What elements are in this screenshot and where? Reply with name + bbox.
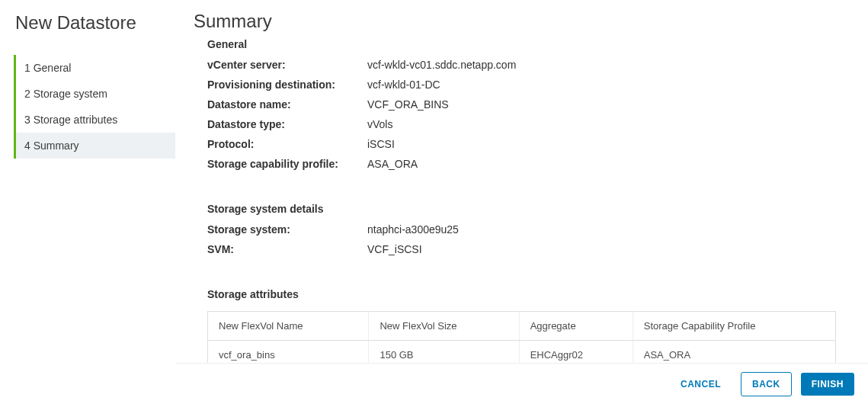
cell-flexvol-size: 150 GB	[369, 341, 519, 364]
section-attrs-heading: Storage attributes	[194, 288, 850, 300]
value-protocol: iSCSI	[367, 138, 395, 150]
finish-button[interactable]: FINISH	[801, 373, 854, 396]
label-datastore-type: Datastore type:	[207, 118, 367, 130]
value-datastore-name: VCF_ORA_BINS	[367, 98, 449, 111]
wizard-footer: CANCEL BACK FINISH	[175, 363, 868, 404]
row-datastore-name: Datastore name: VCF_ORA_BINS	[194, 95, 850, 114]
section-general-heading: General	[194, 38, 850, 50]
wizard-sidebar: New Datastore 1 General 2 Storage system…	[0, 0, 175, 404]
label-destination: Provisioning destination:	[207, 79, 367, 91]
cell-scp: ASA_ORA	[633, 341, 835, 364]
col-scp: Storage Capability Profile	[633, 312, 835, 341]
col-flexvol-size: New FlexVol Size	[369, 312, 519, 341]
value-svm: VCF_iSCSI	[367, 243, 422, 255]
label-datastore-name: Datastore name:	[207, 98, 367, 111]
attrs-header-row: New FlexVol Name New FlexVol Size Aggreg…	[208, 312, 836, 341]
main-scroll[interactable]: Summary General vCenter server: vcf-wkld…	[175, 0, 868, 363]
row-storage-system: Storage system: ntaphci-a300e9u25	[194, 220, 850, 239]
value-destination: vcf-wkld-01-DC	[367, 79, 440, 91]
back-button[interactable]: BACK	[741, 372, 792, 396]
row-svm: SVM: VCF_iSCSI	[194, 239, 850, 259]
cell-aggregate: EHCAggr02	[519, 341, 633, 364]
label-vcenter: vCenter server:	[207, 59, 367, 71]
label-protocol: Protocol:	[207, 138, 367, 150]
table-row: vcf_ora_bins 150 GB EHCAggr02 ASA_ORA	[208, 341, 836, 364]
col-flexvol-name: New FlexVol Name	[208, 312, 369, 341]
cancel-button[interactable]: CANCEL	[670, 373, 732, 396]
col-aggregate: Aggregate	[519, 312, 633, 341]
step-summary[interactable]: 4 Summary	[14, 133, 175, 159]
row-vcenter: vCenter server: vcf-wkld-vc01.sddc.netap…	[194, 55, 850, 75]
page-title: Summary	[194, 11, 850, 32]
row-scp: Storage capability profile: ASA_ORA	[194, 154, 850, 174]
label-svm: SVM:	[207, 243, 367, 255]
wizard-title: New Datastore	[14, 12, 175, 34]
section-storage-heading: Storage system details	[194, 203, 850, 215]
attrs-table: New FlexVol Name New FlexVol Size Aggreg…	[207, 311, 836, 363]
label-scp: Storage capability profile:	[207, 158, 367, 170]
value-vcenter: vcf-wkld-vc01.sddc.netapp.com	[367, 59, 516, 71]
main-panel: Summary General vCenter server: vcf-wkld…	[175, 0, 868, 404]
row-destination: Provisioning destination: vcf-wkld-01-DC	[194, 75, 850, 95]
step-general[interactable]: 1 General	[14, 55, 175, 81]
value-scp: ASA_ORA	[367, 158, 418, 170]
step-storage-system[interactable]: 2 Storage system	[14, 81, 175, 107]
row-protocol: Protocol: iSCSI	[194, 134, 850, 154]
step-storage-attributes[interactable]: 3 Storage attributes	[14, 107, 175, 133]
row-datastore-type: Datastore type: vVols	[194, 114, 850, 134]
wizard-steps: 1 General 2 Storage system 3 Storage att…	[14, 55, 175, 159]
label-storage-system: Storage system:	[207, 223, 367, 236]
value-datastore-type: vVols	[367, 118, 392, 130]
value-storage-system: ntaphci-a300e9u25	[367, 223, 459, 236]
cell-flexvol-name: vcf_ora_bins	[208, 341, 369, 364]
